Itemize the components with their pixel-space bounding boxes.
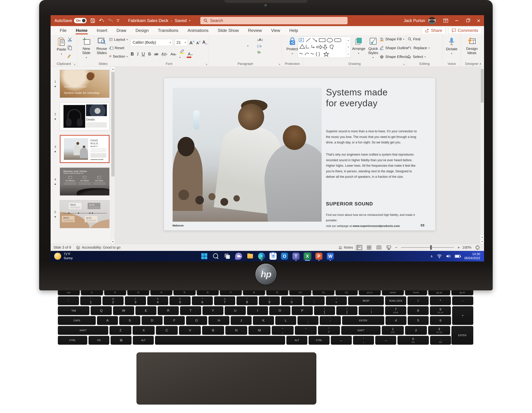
- key-f[interactable]: F: [164, 316, 185, 325]
- key-4[interactable]: $4: [147, 296, 168, 305]
- tab-draw[interactable]: Draw: [112, 26, 131, 35]
- normal-view-button[interactable]: [355, 245, 363, 250]
- font-family-select[interactable]: Calibri (Body)▾: [131, 39, 173, 46]
- scrollbar-thumb[interactable]: [112, 72, 114, 176]
- excel-icon[interactable]: X: [303, 252, 312, 260]
- thumbnail-slide-5[interactable]: 5★ 09/03 11/19 08/23 11/12: [51, 200, 110, 228]
- reading-view-button[interactable]: [375, 245, 383, 250]
- key-9[interactable]: 9pg up: [430, 306, 451, 315]
- powerpoint-icon[interactable]: P: [315, 252, 323, 260]
- key-f6[interactable]: f6: [197, 290, 219, 295]
- select-button[interactable]: Select▾: [408, 55, 441, 59]
- decrease-font-button[interactable]: A˅: [196, 40, 201, 45]
- key-4[interactable]: 4: [385, 316, 407, 325]
- key-c[interactable]: C: [156, 326, 178, 335]
- key-][interactable]: }]: [336, 306, 357, 315]
- tab-review[interactable]: Review: [243, 26, 266, 35]
- key-8[interactable]: 8: [408, 306, 429, 315]
- tab-view[interactable]: View: [266, 26, 285, 35]
- thumbnail-slide-1[interactable]: 1★ System made for everyday: [51, 70, 110, 98]
- key-shift[interactable]: shift: [341, 326, 381, 335]
- key-esc[interactable]: esc: [58, 290, 80, 295]
- thumbnail-slide-3[interactable]: 3★ FANS RULE. WE GET IT. SUPERIOR SOUND: [51, 135, 110, 163]
- volume-icon[interactable]: [446, 254, 451, 258]
- current-slide[interactable]: Systems madefor everyday Superior sound …: [164, 78, 435, 230]
- slideshow-view-button[interactable]: [385, 245, 392, 250]
- search-icon[interactable]: [212, 252, 220, 260]
- key-pg-up[interactable]: pg up: [428, 290, 450, 295]
- key-1[interactable]: !1: [80, 296, 101, 305]
- thumbnail-scrollbar[interactable]: ▲ ▼: [111, 67, 115, 244]
- tab-transitions[interactable]: Transitions: [153, 26, 183, 35]
- slide-indicator[interactable]: Slide 3 of 9: [53, 245, 71, 249]
- battery-icon[interactable]: [455, 255, 460, 258]
- bold-button[interactable]: B: [131, 51, 134, 56]
- double-strikethrough-button[interactable]: ab: [154, 52, 158, 56]
- ribbon-display-options-button[interactable]: [440, 15, 451, 26]
- font-size-select[interactable]: 21▾: [175, 39, 188, 46]
- tab-design[interactable]: Design: [131, 26, 153, 35]
- next-slide-button[interactable]: ▼: [480, 239, 484, 244]
- key-v[interactable]: V: [179, 326, 201, 335]
- key-b[interactable]: B: [202, 326, 224, 335]
- scroll-up-button[interactable]: ▲: [111, 67, 115, 71]
- tab-slide-show[interactable]: Slide Show: [213, 26, 243, 35]
- comments-button[interactable]: Comments: [448, 27, 482, 34]
- quick-styles-button[interactable]: Quick Styles▾: [367, 37, 380, 60]
- tab-file[interactable]: File: [55, 26, 71, 35]
- increase-font-button[interactable]: A˄: [190, 39, 195, 46]
- font-dialog-launcher[interactable]: ↘: [205, 63, 207, 66]
- key-pg-dn[interactable]: pg dn: [451, 290, 473, 295]
- key-symbol[interactable]: →: [375, 336, 396, 344]
- align-center-button[interactable]: [238, 50, 243, 54]
- collapse-ribbon-button[interactable]: ∧: [479, 62, 482, 66]
- key-x[interactable]: X: [133, 326, 154, 335]
- replace-button[interactable]: bcReplace▾: [408, 46, 441, 50]
- key-8[interactable]: *8: [237, 296, 258, 305]
- key-z[interactable]: Z: [110, 326, 131, 335]
- tab-help[interactable]: Help: [285, 26, 303, 35]
- key-win[interactable]: ⊞: [111, 336, 132, 344]
- store-icon[interactable]: [269, 252, 277, 260]
- key-t[interactable]: T: [180, 306, 201, 315]
- key-1[interactable]: 1end: [382, 326, 404, 335]
- italic-button[interactable]: I: [137, 52, 138, 56]
- key-+[interactable]: +: [452, 306, 473, 325]
- key-3[interactable]: 3pg dn: [428, 326, 450, 335]
- key-6[interactable]: 6: [430, 316, 451, 325]
- key-f10[interactable]: f10: [289, 290, 311, 295]
- scroll-down-button[interactable]: ▼: [111, 239, 115, 244]
- key-alt[interactable]: alt: [133, 336, 154, 344]
- align-text-button[interactable]: [↕]▾: [257, 44, 263, 48]
- outlook-icon[interactable]: O: [280, 252, 289, 260]
- key-.[interactable]: >.: [295, 326, 317, 335]
- key-*[interactable]: *: [430, 296, 451, 305]
- clipboard-dialog-launcher[interactable]: ↘: [73, 63, 76, 66]
- bullets-button[interactable]: [228, 38, 234, 42]
- key-bksp[interactable]: bksp: [348, 296, 384, 305]
- key-/[interactable]: ?/: [318, 326, 340, 335]
- zoom-slider-knob[interactable]: [430, 245, 432, 250]
- key-l[interactable]: L: [275, 316, 296, 325]
- clock[interactable]: 14:30 05/04/2022: [464, 252, 480, 260]
- key-g[interactable]: G: [186, 316, 207, 325]
- key-r[interactable]: R: [158, 306, 179, 315]
- paragraph-dialog-launcher[interactable]: ↘: [278, 63, 280, 66]
- key-y[interactable]: Y: [202, 306, 224, 315]
- key-up-down[interactable]: ↑↓: [353, 336, 374, 344]
- dictate-button[interactable]: Dictate▾: [445, 37, 459, 56]
- document-title[interactable]: Fabrikam Sales Deck - Saved ▾: [128, 18, 190, 23]
- avatar[interactable]: [428, 17, 436, 24]
- undo-button[interactable]: ↶▾: [99, 18, 104, 23]
- key-k[interactable]: K: [253, 316, 274, 325]
- clear-formatting-button[interactable]: A◇: [202, 40, 207, 46]
- task-view-icon[interactable]: [223, 252, 231, 260]
- key-w[interactable]: W: [113, 306, 134, 315]
- strikethrough-button[interactable]: S: [148, 51, 151, 56]
- key-d[interactable]: D: [142, 316, 162, 325]
- key-;[interactable]: :;: [297, 316, 318, 325]
- key-f2[interactable]: f2: [104, 290, 126, 295]
- key-symbol[interactable]: ←: [331, 336, 352, 344]
- key--[interactable]: -: [452, 296, 473, 305]
- chat-icon[interactable]: [235, 252, 243, 260]
